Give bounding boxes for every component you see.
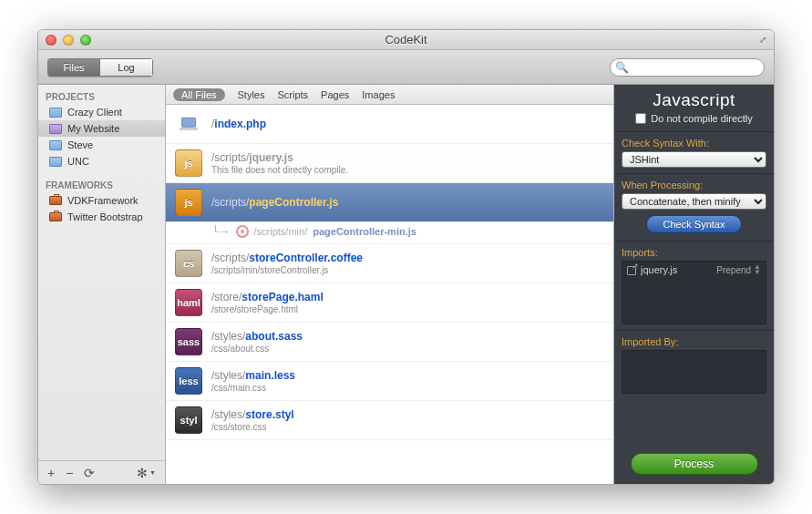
file-name: storePage.haml: [242, 291, 323, 303]
filter-images[interactable]: Images: [362, 89, 395, 100]
svg-rect-0: [182, 118, 196, 127]
tab-files[interactable]: Files: [47, 58, 100, 77]
sidebar-item-framework[interactable]: Twitter Bootstrap: [38, 209, 165, 225]
output-arrow-icon: └→: [211, 225, 231, 238]
file-row[interactable]: haml /store/storePage.haml /store/storeP…: [166, 283, 613, 323]
sidebar-footer: + − ⟳ ✻ ▼: [38, 460, 165, 484]
file-row[interactable]: js /scripts/jquery.js This file does not…: [166, 144, 613, 183]
js-icon: js: [175, 149, 202, 177]
process-button[interactable]: Process: [631, 453, 758, 475]
search-input[interactable]: [610, 58, 765, 77]
sidebar-item-project[interactable]: Crazy Client: [38, 104, 165, 120]
filter-scripts[interactable]: Scripts: [277, 89, 308, 100]
checkbox-input[interactable]: [635, 113, 646, 124]
when-processing-select[interactable]: Concatenate, then minify: [622, 193, 766, 210]
file-dir: /scripts/: [211, 252, 249, 264]
js-icon: js: [175, 189, 202, 216]
file-row[interactable]: sass /styles/about.sass /css/about.css: [166, 323, 613, 362]
import-icon: [627, 264, 638, 273]
file-row[interactable]: cs /scripts/storeController.coffee /scri…: [166, 244, 613, 283]
imported-by-label: Imported By:: [622, 336, 766, 347]
file-dir: /styles/: [211, 369, 245, 382]
titlebar: CodeKit ⤢: [38, 30, 774, 50]
sidebar-heading-frameworks: FRAMEWORKS: [38, 177, 165, 192]
sidebar-item-project[interactable]: UNC: [38, 153, 165, 170]
file-subtext: This file does not directly compile.: [211, 165, 348, 175]
coffeescript-icon: cs: [175, 250, 202, 277]
file-subtext: /scripts/min/storeController.js: [211, 265, 363, 275]
output-name: pageController-min.js: [313, 226, 416, 237]
file-row[interactable]: js /scripts/pageController.js: [166, 183, 613, 222]
sidebar-item-project[interactable]: Steve: [38, 137, 165, 153]
sidebar-heading-projects: PROJECTS: [38, 88, 165, 104]
settings-menu[interactable]: ✻ ▼: [137, 466, 156, 480]
filter-styles[interactable]: Styles: [238, 89, 265, 100]
stylus-icon: styl: [175, 406, 202, 434]
file-dir: /scripts/: [211, 196, 249, 209]
add-button[interactable]: +: [47, 466, 55, 480]
check-syntax-select[interactable]: JSHint: [622, 151, 766, 168]
output-dir: /scripts/min/: [254, 226, 308, 237]
filter-bar: All Files Styles Scripts Pages Images: [166, 85, 613, 105]
briefcase-icon: [49, 212, 62, 221]
imported-by-list: [622, 350, 766, 394]
import-row[interactable]: jquery.js Prepend▲▼: [622, 262, 766, 278]
sidebar-item-label: Twitter Bootstrap: [67, 211, 143, 222]
sidebar-item-label: Crazy Client: [67, 107, 122, 118]
file-name: storeController.coffee: [249, 252, 363, 264]
haml-icon: haml: [175, 289, 202, 316]
file-dir: /store/: [211, 291, 242, 303]
inspector-title: Javascript: [614, 85, 774, 113]
file-list: /index.php js /scripts/jquery.js This fi…: [166, 105, 613, 484]
inspector: Javascript Do not compile directly Check…: [614, 85, 774, 484]
file-name: store.styl: [245, 408, 293, 421]
app-window: CodeKit ⤢ Files Log 🔍 PROJECTS Crazy Cli…: [37, 29, 775, 485]
folder-icon: [49, 108, 62, 118]
file-dir: /styles/: [211, 408, 245, 421]
file-row[interactable]: less /styles/main.less /css/main.css: [166, 362, 613, 401]
view-segmented: Files Log: [47, 58, 153, 77]
file-column: All Files Styles Scripts Pages Images /i…: [166, 85, 614, 484]
toolbar: Files Log 🔍: [38, 50, 774, 85]
file-subtext: /css/main.css: [211, 383, 295, 393]
file-dir: /scripts/: [211, 151, 249, 164]
sidebar-item-project[interactable]: My Website: [38, 120, 165, 137]
import-mode[interactable]: Prepend▲▼: [716, 264, 761, 275]
folder-icon: [49, 157, 62, 167]
target-icon: [236, 225, 249, 238]
sidebar: PROJECTS Crazy Client My Website Steve U…: [38, 85, 166, 484]
sidebar-item-label: VDKFramework: [67, 195, 139, 206]
file-name: pageController.js: [249, 196, 338, 209]
filter-pages[interactable]: Pages: [321, 89, 349, 100]
sidebar-item-label: UNC: [67, 156, 89, 167]
output-row[interactable]: └→ /scripts/min/pageController-min.js: [166, 222, 613, 244]
page-icon: [175, 110, 202, 138]
file-row[interactable]: styl /styles/store.styl /css/store.css: [166, 401, 613, 440]
check-syntax-button[interactable]: Check Syntax: [646, 215, 743, 233]
svg-rect-1: [180, 128, 198, 130]
folder-icon: [49, 124, 62, 134]
file-subtext: /css/store.css: [211, 422, 294, 432]
refresh-button[interactable]: ⟳: [84, 466, 95, 480]
check-syntax-label: Check Syntax With:: [622, 138, 766, 149]
sidebar-item-framework[interactable]: VDKFramework: [38, 192, 165, 209]
import-name: jquery.js: [641, 264, 677, 275]
compile-directly-checkbox[interactable]: Do not compile directly: [614, 113, 774, 131]
briefcase-icon: [49, 196, 62, 205]
window-title: CodeKit: [38, 33, 774, 46]
file-name: index.php: [214, 118, 266, 130]
search-icon: 🔍: [615, 61, 629, 74]
file-dir: /styles/: [211, 330, 245, 343]
less-icon: less: [175, 367, 202, 395]
remove-button[interactable]: −: [66, 466, 73, 480]
sass-icon: sass: [175, 328, 202, 355]
sidebar-item-label: Steve: [67, 139, 93, 150]
checkbox-label: Do not compile directly: [651, 113, 752, 124]
file-row[interactable]: /index.php: [166, 105, 613, 144]
tab-log[interactable]: Log: [100, 58, 153, 77]
file-name: jquery.js: [249, 151, 293, 164]
imports-list: jquery.js Prepend▲▼: [622, 261, 766, 324]
when-processing-label: When Processing:: [622, 180, 766, 190]
file-subtext: /css/about.css: [211, 344, 303, 354]
filter-all[interactable]: All Files: [173, 88, 225, 101]
